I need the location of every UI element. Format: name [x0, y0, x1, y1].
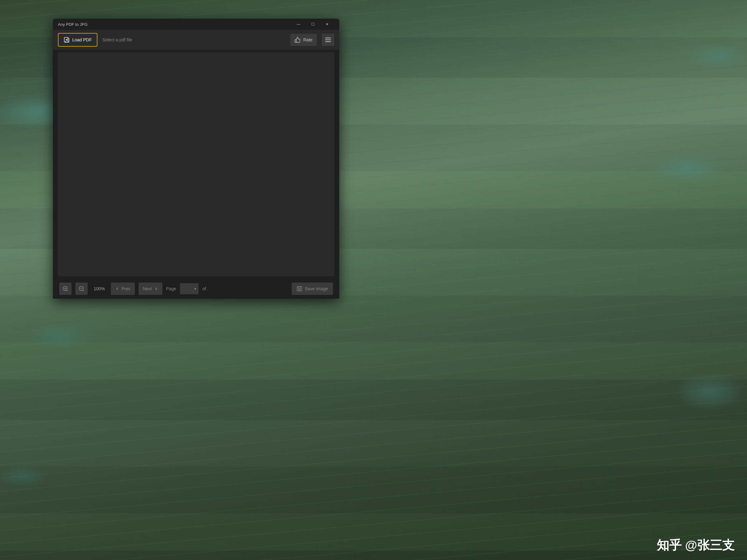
svg-line-7	[83, 290, 84, 291]
menu-line-1	[325, 38, 331, 38]
load-pdf-button[interactable]: Load PDF	[58, 33, 97, 47]
main-toolbar: Load PDF Select a pdf file Rate	[53, 30, 339, 50]
window-controls: — ☐ ✕	[291, 19, 334, 30]
prev-label: Prev	[121, 286, 130, 291]
zoom-in-button[interactable]	[59, 283, 72, 295]
svg-rect-13	[299, 289, 300, 291]
minimize-button[interactable]: —	[291, 19, 306, 30]
save-image-button[interactable]: Save Image	[292, 283, 333, 295]
menu-line-2	[325, 39, 331, 40]
page-select-wrapper: ▼	[180, 283, 199, 294]
menu-button[interactable]	[322, 34, 334, 46]
save-icon	[297, 286, 302, 292]
zoom-out-icon	[78, 286, 85, 292]
app-window: Any PDF to JPG — ☐ ✕ Load PDF Select a p…	[53, 19, 339, 299]
page-label: Page	[166, 286, 177, 291]
save-image-label: Save Image	[305, 286, 328, 291]
thumbs-up-icon	[294, 37, 301, 43]
toolbar-hint: Select a pdf file	[102, 37, 285, 42]
svg-rect-11	[297, 287, 302, 291]
page-select-dropdown[interactable]	[180, 283, 199, 294]
zoom-out-button[interactable]	[75, 283, 88, 295]
rate-label: Rate	[303, 37, 312, 42]
load-pdf-icon	[63, 37, 70, 43]
title-bar: Any PDF to JPG — ☐ ✕	[53, 19, 339, 30]
zoom-in-icon	[62, 286, 69, 292]
bottom-toolbar: 100% Prev Next Page ▼ of .	[53, 279, 339, 299]
app-title: Any PDF to JPG	[58, 22, 291, 27]
menu-line-3	[325, 42, 331, 42]
next-label: Next	[143, 286, 152, 291]
rate-button[interactable]: Rate	[290, 34, 317, 46]
next-icon	[154, 287, 158, 291]
svg-line-3	[67, 290, 68, 291]
svg-rect-12	[299, 287, 301, 288]
prev-icon	[115, 287, 120, 291]
maximize-button[interactable]: ☐	[306, 19, 320, 30]
prev-button[interactable]: Prev	[111, 283, 135, 295]
page-of-label: of .	[202, 286, 208, 291]
close-button[interactable]: ✕	[320, 19, 334, 30]
load-pdf-label: Load PDF	[72, 37, 92, 42]
zoom-level-display: 100%	[92, 286, 107, 291]
pdf-preview-area	[58, 52, 334, 276]
watermark: 知乎 @张三支	[657, 537, 735, 554]
next-button[interactable]: Next	[138, 283, 162, 295]
